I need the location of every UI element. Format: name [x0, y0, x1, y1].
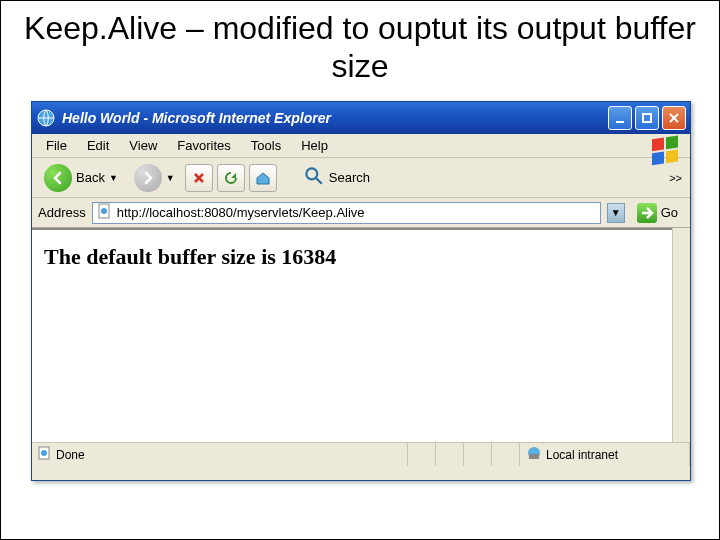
- status-pane-2: [436, 443, 464, 466]
- search-icon: [303, 165, 325, 190]
- forward-dropdown-icon[interactable]: ▼: [166, 173, 175, 183]
- titlebar: Hello World - Microsoft Internet Explore…: [32, 102, 690, 134]
- go-button[interactable]: Go: [631, 202, 684, 224]
- vertical-scrollbar[interactable]: [672, 228, 690, 442]
- titlebar-text: Hello World - Microsoft Internet Explore…: [62, 110, 608, 126]
- menu-view[interactable]: View: [119, 136, 167, 155]
- close-button[interactable]: [662, 106, 686, 130]
- home-button[interactable]: [249, 164, 277, 192]
- svg-rect-4: [666, 136, 678, 150]
- svg-rect-6: [666, 150, 678, 164]
- toolbar: Back ▼ ▼ Search >>: [32, 158, 690, 198]
- svg-rect-13: [529, 454, 539, 459]
- go-arrow-icon: [637, 203, 657, 223]
- status-pane-3: [464, 443, 492, 466]
- intranet-icon: [526, 445, 542, 464]
- status-zone-text: Local intranet: [546, 448, 618, 462]
- svg-point-7: [306, 168, 317, 179]
- search-label: Search: [329, 170, 370, 185]
- menu-help[interactable]: Help: [291, 136, 338, 155]
- search-button[interactable]: Search: [297, 162, 376, 194]
- status-pane-1: [408, 443, 436, 466]
- chevron-down-icon: ▼: [611, 207, 621, 218]
- address-label: Address: [38, 205, 86, 220]
- minimize-button[interactable]: [608, 106, 632, 130]
- ie-icon: [36, 108, 56, 128]
- svg-rect-3: [652, 137, 664, 151]
- page-content: The default buffer size is 16384: [32, 228, 690, 442]
- status-zone: Local intranet: [520, 443, 690, 466]
- statusbar: Done Local intranet: [32, 442, 690, 466]
- menu-file[interactable]: File: [36, 136, 77, 155]
- status-done-text: Done: [56, 448, 85, 462]
- svg-rect-1: [616, 121, 624, 123]
- svg-rect-5: [652, 151, 664, 165]
- window-controls: [608, 106, 686, 130]
- status-pane-4: [492, 443, 520, 466]
- refresh-button[interactable]: [217, 164, 245, 192]
- windows-logo-icon: [646, 134, 686, 174]
- back-label: Back: [76, 170, 105, 185]
- menu-edit[interactable]: Edit: [77, 136, 119, 155]
- slide-title: Keep.Alive – modified to ouptut its outp…: [1, 1, 719, 90]
- stop-button[interactable]: [185, 164, 213, 192]
- back-dropdown-icon[interactable]: ▼: [109, 173, 118, 183]
- maximize-button[interactable]: [635, 106, 659, 130]
- menubar: File Edit View Favorites Tools Help: [32, 134, 690, 158]
- back-icon: [44, 164, 72, 192]
- menu-tools[interactable]: Tools: [241, 136, 291, 155]
- svg-point-11: [41, 450, 47, 456]
- addressbar: Address ▼ Go: [32, 198, 690, 228]
- svg-point-9: [101, 208, 107, 214]
- page-icon: [97, 203, 113, 222]
- address-input[interactable]: [117, 205, 596, 220]
- done-icon: [38, 446, 52, 463]
- page-body-text: The default buffer size is 16384: [44, 244, 336, 269]
- forward-button[interactable]: ▼: [128, 162, 181, 194]
- address-dropdown-button[interactable]: ▼: [607, 203, 625, 223]
- svg-rect-2: [643, 114, 651, 122]
- go-label: Go: [661, 205, 678, 220]
- menu-favorites[interactable]: Favorites: [167, 136, 240, 155]
- browser-window: Hello World - Microsoft Internet Explore…: [31, 101, 691, 481]
- back-button[interactable]: Back ▼: [38, 162, 124, 194]
- status-done: Done: [32, 443, 408, 466]
- address-field[interactable]: [92, 202, 601, 224]
- forward-icon: [134, 164, 162, 192]
